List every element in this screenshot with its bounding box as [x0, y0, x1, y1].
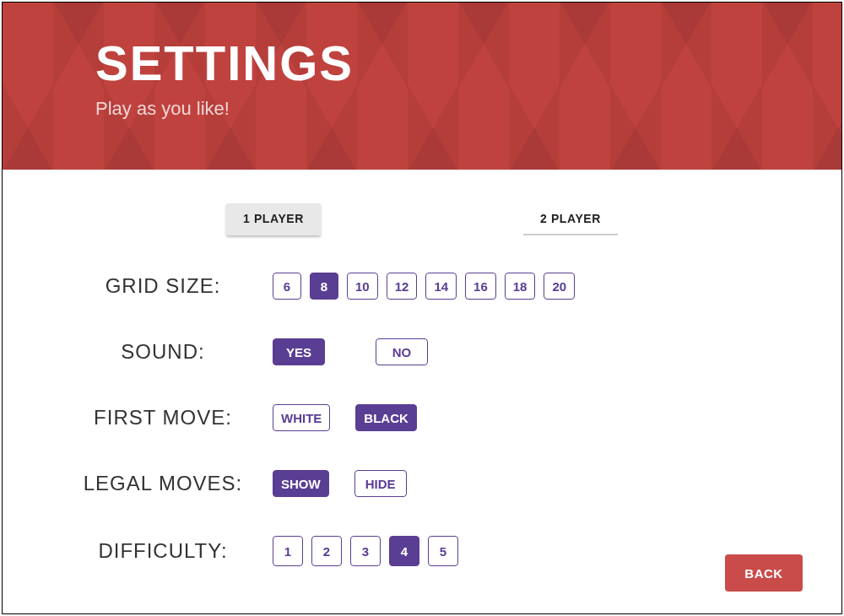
page-subtitle: Play as you like!: [95, 98, 841, 120]
tab-two-player[interactable]: 2 PLAYER: [523, 203, 618, 235]
settings-panel: GRID SIZE: 6 8 10 12 14 16 18 20 SOUND: …: [3, 273, 841, 566]
difficulty-option[interactable]: 2: [311, 536, 342, 566]
first-move-option-black[interactable]: BLACK: [355, 404, 417, 431]
first-move-option-white[interactable]: WHITE: [273, 404, 330, 431]
grid-size-option[interactable]: 8: [310, 273, 338, 300]
legal-moves-option-hide[interactable]: HIDE: [354, 470, 407, 497]
row-difficulty: DIFFICULTY: 1 2 3 4 5: [53, 536, 791, 566]
row-grid-size: GRID SIZE: 6 8 10 12 14 16 18 20: [53, 273, 791, 300]
row-legal-moves: LEGAL MOVES: SHOW HIDE: [53, 470, 791, 497]
settings-screen: SETTINGS Play as you like! 1 PLAYER 2 PL…: [2, 2, 842, 614]
row-first-move: FIRST MOVE: WHITE BLACK: [53, 404, 791, 431]
label-sound: SOUND:: [53, 340, 273, 364]
player-count-tabs: 1 PLAYER 2 PLAYER: [3, 170, 841, 235]
difficulty-options: 1 2 3 4 5: [273, 536, 458, 566]
grid-size-option[interactable]: 16: [465, 273, 496, 300]
label-grid-size: GRID SIZE:: [53, 274, 273, 298]
grid-size-option[interactable]: 12: [387, 273, 418, 300]
difficulty-option[interactable]: 3: [350, 536, 381, 566]
sound-option-yes[interactable]: YES: [273, 338, 325, 365]
grid-size-option[interactable]: 20: [544, 273, 575, 300]
difficulty-option[interactable]: 4: [389, 536, 419, 566]
grid-size-option[interactable]: 10: [347, 273, 378, 300]
label-legal-moves: LEGAL MOVES:: [53, 472, 273, 495]
sound-option-no[interactable]: NO: [376, 338, 428, 365]
header: SETTINGS Play as you like!: [3, 3, 841, 170]
back-button[interactable]: BACK: [725, 554, 803, 592]
label-first-move: FIRST MOVE:: [53, 406, 273, 430]
grid-size-options: 6 8 10 12 14 16 18 20: [273, 273, 575, 300]
legal-moves-options: SHOW HIDE: [273, 470, 407, 497]
label-difficulty: DIFFICULTY:: [53, 539, 273, 563]
tab-one-player[interactable]: 1 PLAYER: [226, 203, 321, 235]
page-title: SETTINGS: [95, 38, 841, 89]
difficulty-option[interactable]: 1: [273, 536, 303, 566]
grid-size-option[interactable]: 18: [505, 273, 536, 300]
sound-options: YES NO: [273, 338, 428, 365]
grid-size-option[interactable]: 14: [425, 273, 457, 300]
difficulty-option[interactable]: 5: [428, 536, 458, 566]
row-sound: SOUND: YES NO: [53, 338, 791, 365]
legal-moves-option-show[interactable]: SHOW: [273, 470, 329, 497]
grid-size-option[interactable]: 6: [273, 273, 301, 300]
first-move-options: WHITE BLACK: [273, 404, 417, 431]
